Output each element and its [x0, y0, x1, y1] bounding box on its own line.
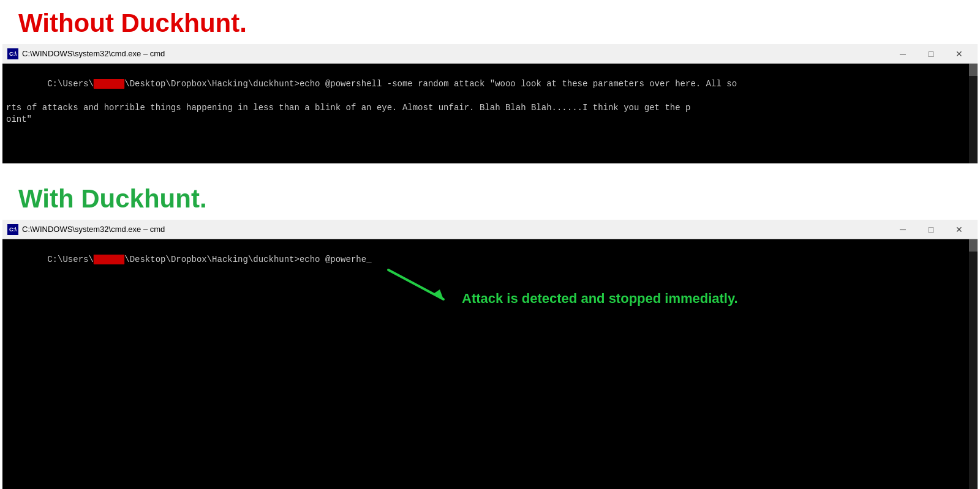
- terminal-line-2-top: rts of attacks and horrible things happe…: [6, 102, 974, 114]
- titlebar-top: C:\ C:\WINDOWS\system32\cmd.exe – cmd ─ …: [2, 44, 978, 64]
- scrollbar-thumb-bottom[interactable]: [969, 239, 978, 252]
- redacted-username-bottom: ██████: [94, 255, 124, 264]
- titlebar-left-bottom: C:\ C:\WINDOWS\system32\cmd.exe – cmd: [7, 224, 165, 235]
- titlebar-title-top: C:\WINDOWS\system32\cmd.exe – cmd: [22, 49, 165, 58]
- close-button-bottom[interactable]: ✕: [946, 221, 973, 238]
- cmd-window-top: C:\ C:\WINDOWS\system32\cmd.exe – cmd ─ …: [2, 44, 978, 163]
- minimize-button-top[interactable]: ─: [889, 45, 916, 62]
- cmd-window-bottom: C:\ C:\WINDOWS\system32\cmd.exe – cmd ─ …: [2, 220, 978, 489]
- cmd-line1-rest-bottom: \Desktop\Dropbox\Hacking\duckhunt>echo @…: [124, 255, 371, 264]
- cmd-controls-top: ─ □ ✕: [889, 45, 973, 62]
- heading-with: With Duckhunt.: [0, 176, 980, 220]
- cmd-controls-bottom: ─ □ ✕: [889, 221, 973, 238]
- titlebar-left-top: C:\ C:\WINDOWS\system32\cmd.exe – cmd: [7, 48, 165, 59]
- cmd-icon-top: C:\: [7, 48, 18, 59]
- page-wrapper: Without Duckhunt. C:\ C:\WINDOWS\system3…: [0, 0, 980, 489]
- cmd-path-prefix-bottom: C:\Users\: [47, 255, 94, 264]
- titlebar-title-bottom: C:\WINDOWS\system32\cmd.exe – cmd: [22, 225, 165, 234]
- close-button-top[interactable]: ✕: [946, 45, 973, 62]
- heading-without: Without Duckhunt.: [0, 0, 980, 44]
- maximize-button-top[interactable]: □: [918, 45, 944, 62]
- svg-marker-1: [432, 289, 443, 299]
- scrollbar-thumb-top[interactable]: [969, 64, 978, 76]
- terminal-line-1-bottom: C:\Users\██████\Desktop\Dropbox\Hacking\…: [6, 242, 974, 278]
- cmd-body-top: C:\Users\██████\Desktop\Dropbox\Hacking\…: [2, 64, 978, 163]
- scrollbar-top[interactable]: [969, 64, 978, 163]
- redacted-username-top: ██████: [94, 79, 124, 89]
- maximize-button-bottom[interactable]: □: [918, 221, 944, 238]
- titlebar-bottom: C:\ C:\WINDOWS\system32\cmd.exe – cmd ─ …: [2, 220, 978, 239]
- cmd-line1-rest-top: \Desktop\Dropbox\Hacking\duckhunt>echo @…: [124, 79, 737, 89]
- cmd-icon-bottom: C:\: [7, 224, 18, 235]
- cmd-body-bottom: C:\Users\██████\Desktop\Dropbox\Hacking\…: [2, 239, 978, 489]
- annotation-text: Attack is detected and stopped immediatl…: [462, 291, 738, 307]
- terminal-line-3-top: oint": [6, 114, 974, 126]
- section-gap: [0, 163, 980, 176]
- terminal-line-1-top: C:\Users\██████\Desktop\Dropbox\Hacking\…: [6, 66, 974, 102]
- cmd-path-prefix-top: C:\Users\: [47, 79, 94, 89]
- minimize-button-bottom[interactable]: ─: [889, 221, 916, 238]
- scrollbar-bottom[interactable]: [969, 239, 978, 489]
